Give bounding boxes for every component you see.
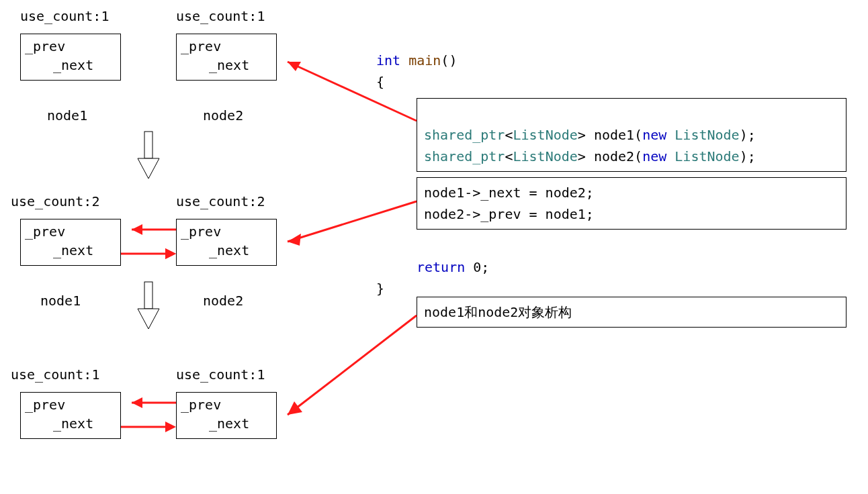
- next-label: _next: [21, 56, 120, 75]
- prev-label: _prev: [177, 219, 276, 241]
- use-count-3b: use_count:1: [176, 366, 265, 383]
- node1-box-stage2: _prev _next: [20, 219, 121, 266]
- main-signature: int main(): [376, 52, 457, 68]
- down-arrow-2: [138, 282, 159, 329]
- close-brace: }: [376, 281, 384, 297]
- svg-rect-0: [144, 132, 153, 158]
- node1-label-stage1: node1: [47, 107, 87, 124]
- open-brace: {: [376, 74, 384, 90]
- node1-label-stage2: node1: [40, 293, 81, 309]
- use-count-3a: use_count:1: [11, 366, 99, 383]
- arrow-code-c: [288, 315, 417, 415]
- arrow-code-a: [288, 62, 417, 121]
- use-count-2b: use_count:2: [176, 193, 265, 209]
- node2-box-stage3: _prev _next: [176, 392, 277, 439]
- use-count-1b: use_count:1: [176, 8, 265, 24]
- parens: (): [441, 52, 457, 68]
- arrow-code-b: [288, 201, 417, 242]
- use-count-2a: use_count:2: [11, 193, 99, 209]
- node2-box-stage1: _prev _next: [176, 34, 277, 81]
- down-arrow-1: [138, 132, 159, 179]
- node1-box-stage3: _prev _next: [20, 392, 121, 439]
- node2-box-stage2: _prev _next: [176, 219, 277, 266]
- node1-box-stage1: _prev _next: [20, 34, 121, 81]
- next-label: _next: [177, 241, 276, 260]
- main-fn: main: [408, 52, 441, 68]
- return-stmt: return 0;: [417, 259, 489, 275]
- next-label: _next: [21, 414, 120, 433]
- arrows-overlay: [0, 0, 868, 494]
- prev-label: _prev: [21, 393, 120, 414]
- code-box-c: node1和node2对象析构: [417, 297, 847, 328]
- node2-label-stage1: node2: [203, 107, 243, 124]
- use-count-1a: use_count:1: [20, 8, 109, 24]
- prev-label: _prev: [21, 219, 120, 241]
- next-label: _next: [177, 414, 276, 433]
- next-label: _next: [177, 56, 276, 75]
- code-box-b: node1->_next = node2; node2->_prev = nod…: [417, 177, 847, 230]
- code-box-a: shared_ptr<ListNode> node1(new ListNode)…: [417, 98, 847, 172]
- int-kw: int: [376, 52, 400, 68]
- prev-label: _prev: [177, 34, 276, 56]
- svg-rect-1: [144, 282, 153, 309]
- prev-label: _prev: [21, 34, 120, 56]
- next-label: _next: [21, 241, 120, 260]
- prev-label: _prev: [177, 393, 276, 414]
- node2-label-stage2: node2: [203, 293, 243, 309]
